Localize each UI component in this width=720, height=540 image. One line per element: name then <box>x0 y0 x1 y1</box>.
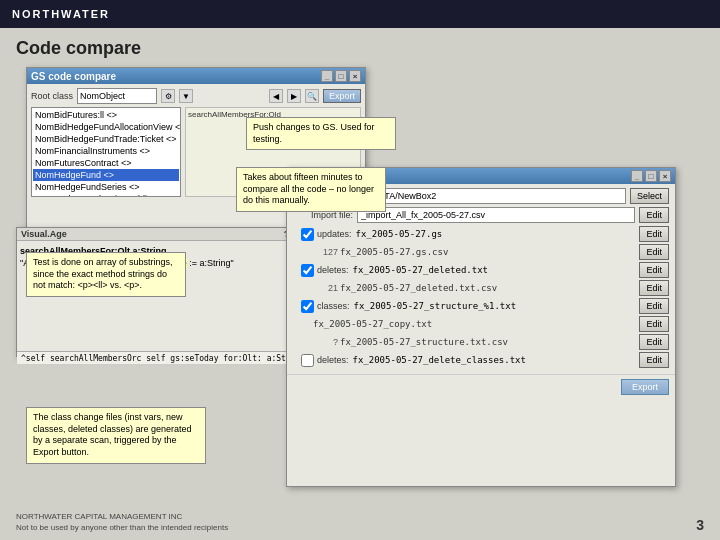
root-class-label: Root class <box>31 91 73 101</box>
list-item-selected[interactable]: NomHedgeFund <> <box>33 169 179 181</box>
updates-checkbox-row: updates: fx_2005-05-27.gs Edit <box>293 226 669 242</box>
updates-checkbox-label: updates: <box>317 229 352 239</box>
import-input[interactable] <box>357 207 635 223</box>
list-item[interactable]: NomBidFutures:ll <> <box>33 109 179 121</box>
deletes2-checkbox[interactable] <box>301 354 314 367</box>
directory-input[interactable] <box>357 188 626 204</box>
nav-icon2[interactable]: ▶ <box>287 89 301 103</box>
classes-edit-btn3[interactable]: Edit <box>639 334 669 350</box>
classes-copy-file: fx_2005-05-27_copy.txt <box>313 319 637 329</box>
list-item[interactable]: NomBidHedgeFundTrade:Ticket <> <box>33 133 179 145</box>
classes-checkbox[interactable] <box>301 300 314 313</box>
toolbar-row: Root class ⚙ ▼ ◀ ▶ 🔍 Export <box>31 88 361 104</box>
classes-edit-btn[interactable]: Edit <box>639 298 669 314</box>
classes-copy-row: fx_2005-05-27_copy.txt Edit <box>293 316 669 332</box>
updates-count: 127 <box>313 247 338 257</box>
gs-footer: Export <box>287 374 675 399</box>
updates-checkbox[interactable] <box>301 228 314 241</box>
list-item[interactable]: NomFuturesContract <> <box>33 157 179 169</box>
win-maximize-fg[interactable]: □ <box>645 170 657 182</box>
tooltip-fifteen: Takes about fifteen minutes to compare a… <box>236 167 386 212</box>
list-item[interactable]: NomFinancialInstruments <> <box>33 145 179 157</box>
tooltip-substrings-text: Test is done on array of substrings, sin… <box>33 257 173 290</box>
tooltip-push: Push changes to GS. Used for testing. <box>246 117 396 150</box>
page-number: 3 <box>696 517 704 533</box>
deletes-checkbox[interactable] <box>301 264 314 277</box>
deletes-count: 21 <box>313 283 338 293</box>
class-list[interactable]: NomBidFutures:ll <> NomBidHedgeFundAlloc… <box>31 107 181 197</box>
deletes2-file: fx_2005-05-27_delete_classes.txt <box>353 355 526 365</box>
deletes-edit-btn[interactable]: Edit <box>639 262 669 278</box>
footer-subtitle: Not to be used by anyone other than the … <box>16 523 228 533</box>
deletes-edit-btn2[interactable]: Edit <box>639 280 669 296</box>
deletes2-label: deletes: <box>317 355 349 365</box>
deletes-file1: fx_2005-05-27_deleted.txt <box>353 265 488 275</box>
tooltip-classes: The class change files (inst vars, new c… <box>26 407 206 464</box>
list-item[interactable]: NomBidHedgeFundAllocationView <> <box>33 121 179 133</box>
footer-company: NORTHWATER CAPITAL MANAGEMENT INC <box>16 512 228 522</box>
updates-file2: fx_2005-05-27.gs.csv <box>340 247 637 257</box>
tooltip-fifteen-text: Takes about fifteen minutes to compare a… <box>243 172 374 205</box>
deletes-checkbox-row: deletes: fx_2005-05-27_deleted.txt Edit <box>293 262 669 278</box>
deletes-file2: fx_2005-05-27_deleted.txt.csv <box>340 283 637 293</box>
classes-question: ? <box>313 337 338 347</box>
footer-company-info: NORTHWATER CAPITAL MANAGEMENT INC Not to… <box>16 512 228 533</box>
classes-edit-btn2[interactable]: Edit <box>639 316 669 332</box>
page-content: Code compare GS code compare _ □ × Root … <box>0 28 720 537</box>
find-icon[interactable]: 🔍 <box>305 89 319 103</box>
footer-method-text: ^self searchAllMembersOrc self gs:seToda… <box>21 354 291 363</box>
updates-file-row2: 127 fx_2005-05-27.gs.csv Edit <box>293 244 669 260</box>
header-bar: NORTHWATER <box>0 0 720 28</box>
root-class-input[interactable] <box>77 88 157 104</box>
window-controls-bg: _ □ × <box>321 70 361 82</box>
import-edit-button[interactable]: Edit <box>639 207 669 223</box>
window-gs-foreground: GS code compare _ □ × Directory: Select … <box>286 167 676 487</box>
classes-file-row2: ? fx_2005-05-27_structure.txt.csv Edit <box>293 334 669 350</box>
window-controls-fg: _ □ × <box>631 170 671 182</box>
list-item[interactable]: NomHedgeFundSeries <> <box>33 181 179 193</box>
win-close-bg[interactable]: × <box>349 70 361 82</box>
updates-file1: fx_2005-05-27.gs <box>356 229 443 239</box>
window-title-bar-bg: GS code compare _ □ × <box>27 68 365 84</box>
updates-edit-btn2[interactable]: Edit <box>639 244 669 260</box>
gs-form: Directory: Select Import file: Edit upda… <box>287 184 675 374</box>
deletes-file-row2: 21 fx_2005-05-27_deleted.txt.csv Edit <box>293 280 669 296</box>
win-close-fg[interactable]: × <box>659 170 671 182</box>
select-button[interactable]: Select <box>630 188 669 204</box>
list-item[interactable]: NomHedgeFundSeriesHolding <> <box>33 193 179 197</box>
search-icon[interactable]: ⚙ <box>161 89 175 103</box>
page-footer: NORTHWATER CAPITAL MANAGEMENT INC Not to… <box>16 512 704 533</box>
deletes2-edit-btn[interactable]: Edit <box>639 352 669 368</box>
win-maximize-bg[interactable]: □ <box>335 70 347 82</box>
classes-checkbox-row: classes: fx_2005-05-27_structure_%1.txt … <box>293 298 669 314</box>
tooltip-classes-text: The class change files (inst vars, new c… <box>33 412 192 457</box>
filter-icon[interactable]: ▼ <box>179 89 193 103</box>
updates-edit-btn[interactable]: Edit <box>639 226 669 242</box>
nav-icon1[interactable]: ◀ <box>269 89 283 103</box>
page-title: Code compare <box>16 38 704 59</box>
deletes2-checkbox-row: deletes: fx_2005-05-27_delete_classes.tx… <box>293 352 669 368</box>
win-minimize-fg[interactable]: _ <box>631 170 643 182</box>
deletes-checkbox-label: deletes: <box>317 265 349 275</box>
classes-file2: fx_2005-05-27_structure.txt.csv <box>340 337 637 347</box>
company-logo: NORTHWATER <box>12 8 110 20</box>
classes-checkbox-label: classes: <box>317 301 350 311</box>
window-title-bg-label: GS code compare <box>31 71 116 82</box>
tooltip-push-text: Push changes to GS. Used for testing. <box>253 122 375 144</box>
classes-file1: fx_2005-05-27_structure_%1.txt <box>354 301 517 311</box>
win-minimize-bg[interactable]: _ <box>321 70 333 82</box>
export-button-bg[interactable]: Export <box>323 89 361 103</box>
tooltip-substrings: Test is done on array of substrings, sin… <box>26 252 186 297</box>
va-label: Visual.Age <box>21 229 67 239</box>
main-area: GS code compare _ □ × Root class ⚙ ▼ ◀ ▶… <box>16 67 696 527</box>
fg-export-button[interactable]: Export <box>621 379 669 395</box>
